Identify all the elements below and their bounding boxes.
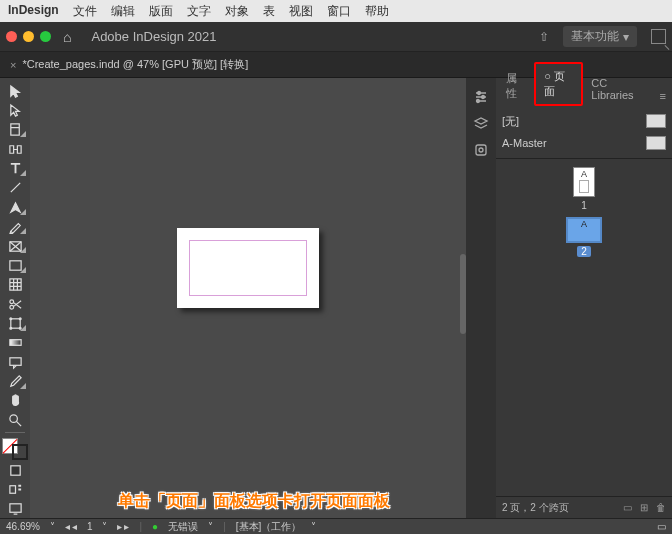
gradient-swatch-tool-icon[interactable] xyxy=(2,334,28,352)
masters-section: [无] A-Master xyxy=(496,106,672,159)
apply-color-icon[interactable] xyxy=(2,461,28,479)
window-controls xyxy=(6,31,51,42)
hand-tool-icon[interactable] xyxy=(2,392,28,410)
work-profile[interactable]: [基本]（工作） xyxy=(236,520,302,534)
minimize-window-button[interactable] xyxy=(23,31,34,42)
eyedropper-tool-icon[interactable] xyxy=(2,372,28,390)
menu-table[interactable]: 表 xyxy=(263,3,275,20)
close-tab-icon[interactable]: × xyxy=(10,59,16,71)
close-window-button[interactable] xyxy=(6,31,17,42)
svg-rect-15 xyxy=(9,486,15,494)
menu-object[interactable]: 对象 xyxy=(225,3,249,20)
page-item-2[interactable]: A 2 xyxy=(566,217,602,257)
svg-point-18 xyxy=(482,96,485,99)
grid-tool-icon[interactable] xyxy=(2,276,28,294)
stroke-swatch-icon[interactable] xyxy=(12,444,28,460)
delete-page-icon[interactable]: 🗑 xyxy=(656,502,666,513)
vertical-scrollbar[interactable] xyxy=(460,254,466,334)
page-thumbnail[interactable]: A xyxy=(573,167,595,197)
svg-rect-3 xyxy=(9,279,20,290)
fill-stroke-swatch[interactable] xyxy=(2,438,28,460)
pages-list: A 1 A 2 xyxy=(496,159,672,496)
workspace-dropdown[interactable]: 基本功能 ▾ xyxy=(563,26,637,47)
svg-point-19 xyxy=(477,100,480,103)
page-number: 2 xyxy=(577,246,591,257)
app-menu: InDesign 文件 编辑 版面 文字 对象 表 视图 窗口 帮助 xyxy=(8,3,389,20)
preflight-status[interactable]: 无错误 xyxy=(168,520,198,534)
panel-menu-icon[interactable]: ≡ xyxy=(656,86,670,106)
pen-tool-icon[interactable] xyxy=(2,198,28,216)
zoom-tool-icon[interactable] xyxy=(2,411,28,429)
preflight-status-icon[interactable]: ● xyxy=(152,521,158,532)
master-a[interactable]: A-Master xyxy=(502,132,666,154)
svg-point-5 xyxy=(9,305,13,309)
page-field[interactable]: 1 xyxy=(87,521,93,532)
home-icon[interactable]: ⌂ xyxy=(63,29,71,45)
svg-rect-14 xyxy=(10,465,19,474)
svg-rect-2 xyxy=(9,261,20,270)
rect-frame-tool-icon[interactable] xyxy=(2,237,28,255)
note-tool-icon[interactable] xyxy=(2,353,28,371)
canvas[interactable] xyxy=(30,78,466,518)
master-none[interactable]: [无] xyxy=(502,110,666,132)
app-title: Adobe InDesign 2021 xyxy=(91,29,216,44)
svg-point-13 xyxy=(9,415,17,423)
gap-tool-icon[interactable] xyxy=(2,140,28,158)
zoom-level[interactable]: 46.69% xyxy=(6,521,40,532)
prev-spread-icon[interactable]: ◂ xyxy=(72,521,77,532)
panel-tabs: 属性 ○ 页面 CC Libraries ≡ xyxy=(496,78,672,106)
app-name[interactable]: InDesign xyxy=(8,3,59,20)
selection-tool-icon[interactable] xyxy=(2,82,28,100)
cc-libraries-dock-icon[interactable] xyxy=(471,140,491,160)
tab-cc-libraries[interactable]: CC Libraries xyxy=(583,72,655,106)
share-icon[interactable]: ⇧ xyxy=(539,30,549,44)
direct-select-tool-icon[interactable] xyxy=(2,101,28,119)
menu-window[interactable]: 窗口 xyxy=(327,3,351,20)
view-mode-icon[interactable]: ▭ xyxy=(657,521,666,532)
svg-point-4 xyxy=(9,299,13,303)
svg-rect-16 xyxy=(9,504,20,512)
menu-edit[interactable]: 编辑 xyxy=(111,3,135,20)
svg-rect-6 xyxy=(10,319,19,328)
next-spread-icon[interactable]: ▸ xyxy=(117,521,122,532)
scissors-tool-icon[interactable] xyxy=(2,295,28,313)
new-page-icon[interactable]: ⊞ xyxy=(640,502,648,513)
free-transform-tool-icon[interactable] xyxy=(2,314,28,332)
search-icon[interactable] xyxy=(651,29,666,44)
format-container-text-icon[interactable] xyxy=(2,480,28,498)
next-page-icon[interactable]: ▸ xyxy=(124,521,129,532)
layers-dock-icon[interactable] xyxy=(471,114,491,134)
svg-point-8 xyxy=(19,318,21,320)
type-tool-icon[interactable] xyxy=(2,159,28,177)
screen-mode-icon[interactable] xyxy=(2,500,28,518)
tab-properties[interactable]: 属性 xyxy=(498,66,534,106)
panel-footer: 2 页，2 个跨页 ▭ ⊞ 🗑 xyxy=(496,496,672,518)
rectangle-tool-icon[interactable] xyxy=(2,256,28,274)
document-page[interactable] xyxy=(177,228,319,308)
menu-view[interactable]: 视图 xyxy=(289,3,313,20)
pencil-tool-icon[interactable] xyxy=(2,218,28,236)
page-thumbnail-selected[interactable]: A xyxy=(566,217,602,243)
master-label: A-Master xyxy=(502,137,547,149)
page-item-1[interactable]: A 1 xyxy=(573,167,595,211)
menu-type[interactable]: 文字 xyxy=(187,3,211,20)
page-tool-icon[interactable] xyxy=(2,121,28,139)
menu-file[interactable]: 文件 xyxy=(73,3,97,20)
page-count-label: 2 页，2 个跨页 xyxy=(502,501,569,515)
svg-rect-20 xyxy=(476,145,486,155)
app-title-bar: ⌂ Adobe InDesign 2021 ⇧ 基本功能 ▾ xyxy=(0,22,672,52)
pages-panel: 属性 ○ 页面 CC Libraries ≡ [无] A-Master A 1 … xyxy=(496,78,672,518)
edit-page-size-icon[interactable]: ▭ xyxy=(623,502,632,513)
tool-divider xyxy=(5,432,25,433)
tab-pages[interactable]: ○ 页面 xyxy=(534,62,583,106)
menu-help[interactable]: 帮助 xyxy=(365,3,389,20)
menu-layout[interactable]: 版面 xyxy=(149,3,173,20)
svg-rect-11 xyxy=(9,340,20,346)
fullscreen-window-button[interactable] xyxy=(40,31,51,42)
svg-rect-12 xyxy=(9,358,20,366)
line-tool-icon[interactable] xyxy=(2,179,28,197)
document-tab[interactable]: × *Create_pages.indd @ 47% [GPU 预览] [转换] xyxy=(0,52,258,77)
margin-guides xyxy=(189,240,307,296)
prev-page-icon[interactable]: ◂ xyxy=(65,521,70,532)
properties-dock-icon[interactable] xyxy=(471,88,491,108)
